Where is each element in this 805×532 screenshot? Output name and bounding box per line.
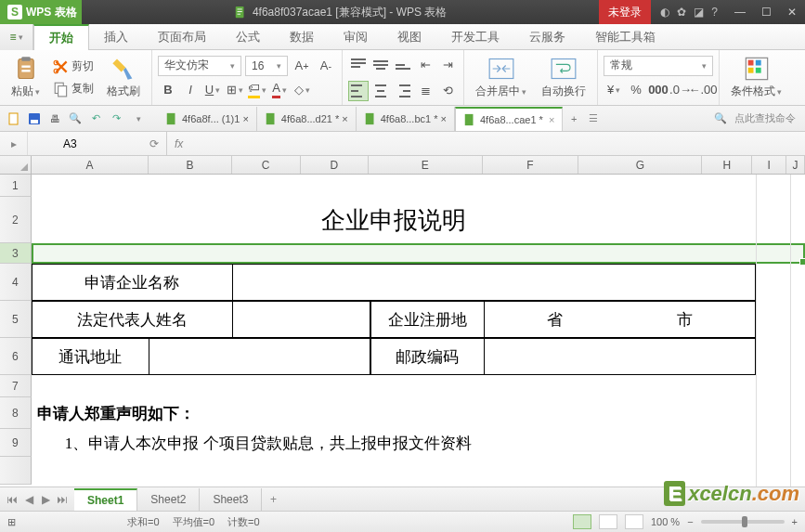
cell-A5[interactable]: 法定代表人姓名 bbox=[32, 301, 233, 338]
sheet-first-button[interactable]: ⏮ bbox=[4, 491, 20, 508]
increase-decimal-button[interactable]: ←.00 bbox=[693, 80, 713, 100]
row-4[interactable]: 4 bbox=[0, 264, 32, 301]
indent-decrease-button[interactable]: ⇤ bbox=[415, 55, 435, 75]
sheet-tab-2[interactable]: Sheet2 bbox=[137, 488, 200, 511]
tab-start[interactable]: 开始 bbox=[33, 24, 89, 50]
close-button[interactable]: ✕ bbox=[779, 0, 805, 24]
copy-button[interactable]: 复制 bbox=[49, 79, 97, 99]
qat-redo-icon[interactable]: ↷ bbox=[108, 110, 124, 127]
col-H[interactable]: H bbox=[702, 156, 752, 174]
col-B[interactable]: B bbox=[149, 156, 232, 174]
view-pagebreak-button[interactable] bbox=[625, 514, 643, 529]
cell-A4[interactable]: 申请企业名称 bbox=[32, 264, 233, 301]
col-E[interactable]: E bbox=[369, 156, 482, 174]
cell-B6[interactable] bbox=[149, 338, 370, 375]
sheet-prev-button[interactable]: ◀ bbox=[20, 491, 37, 508]
align-bottom-button[interactable] bbox=[393, 55, 413, 75]
tab-view[interactable]: 视图 bbox=[383, 24, 436, 50]
doc-tab-4[interactable]: 4f6a8...cae1 *× bbox=[455, 107, 563, 131]
conditional-format-button[interactable]: 条件格式▾ bbox=[725, 54, 787, 101]
percent-button[interactable]: % bbox=[626, 80, 646, 100]
font-family-select[interactable]: 华文仿宋▾ bbox=[158, 56, 241, 76]
bold-button[interactable]: B bbox=[158, 80, 178, 100]
qat-dropdown-icon[interactable]: ▾ bbox=[130, 110, 147, 127]
row-6[interactable]: 6 bbox=[0, 338, 32, 375]
col-A[interactable]: A bbox=[32, 156, 149, 174]
tab-review[interactable]: 审阅 bbox=[329, 24, 383, 50]
align-middle-button[interactable] bbox=[370, 55, 391, 75]
doc-close-icon[interactable]: × bbox=[549, 114, 554, 125]
font-size-select[interactable]: 16▾ bbox=[245, 56, 288, 76]
formula-bar-expand-button[interactable]: ▸ bbox=[0, 132, 28, 155]
cell-A8[interactable]: 申请人郑重声明如下： bbox=[32, 397, 756, 429]
tab-dev[interactable]: 开发工具 bbox=[436, 24, 514, 50]
tab-data[interactable]: 数据 bbox=[275, 24, 329, 50]
align-top-button[interactable] bbox=[348, 55, 369, 75]
comma-button[interactable]: 000 bbox=[648, 80, 669, 100]
zoom-slider[interactable] bbox=[701, 520, 785, 524]
fill-color-button[interactable]: 🏷▾ bbox=[247, 80, 267, 100]
tab-cloud[interactable]: 云服务 bbox=[514, 24, 580, 50]
qat-undo-icon[interactable]: ↶ bbox=[87, 110, 104, 127]
cell-A9[interactable]: 1、申请人本次申报 个项目贷款贴息，共上报申报文件资料 bbox=[32, 429, 756, 457]
view-normal-button[interactable] bbox=[573, 514, 591, 529]
currency-button[interactable]: ¥▾ bbox=[604, 80, 624, 100]
tab-tools[interactable]: 智能工具箱 bbox=[580, 24, 670, 50]
cell-F6[interactable] bbox=[485, 338, 756, 375]
sheet-tab-1[interactable]: Sheet1 bbox=[74, 488, 137, 511]
zoom-level[interactable]: 100 % bbox=[651, 516, 680, 527]
cell-A6[interactable]: 通讯地址 bbox=[32, 338, 149, 375]
spreadsheet-grid[interactable]: A B C D E F G H I J 1 2 3 4 5 6 7 8 9 企业… bbox=[0, 156, 805, 487]
help-icon[interactable]: ? bbox=[711, 6, 718, 19]
row-1[interactable]: 1 bbox=[0, 175, 32, 197]
decrease-font-button[interactable]: A- bbox=[316, 56, 336, 76]
tab-pagelayout[interactable]: 页面布局 bbox=[143, 24, 221, 50]
italic-button[interactable]: I bbox=[180, 80, 201, 100]
number-format-select[interactable]: 常规▾ bbox=[604, 56, 713, 76]
view-pagelayout-button[interactable] bbox=[599, 514, 617, 529]
search-command-input[interactable]: 点此查找命令 bbox=[734, 111, 796, 125]
name-box[interactable]: A3 ⟳ bbox=[56, 132, 167, 155]
search-icon[interactable]: 🔍 bbox=[714, 112, 727, 124]
login-button[interactable]: 未登录 bbox=[599, 0, 651, 24]
row-10[interactable] bbox=[0, 457, 32, 485]
col-C[interactable]: C bbox=[232, 156, 301, 174]
font-color-button[interactable]: A▾ bbox=[269, 80, 290, 100]
skin-icon[interactable]: ◪ bbox=[694, 6, 704, 19]
row-9[interactable]: 9 bbox=[0, 429, 32, 457]
cell-E5[interactable]: 企业注册地 bbox=[370, 301, 485, 338]
row-5[interactable]: 5 bbox=[0, 301, 32, 338]
minimize-button[interactable]: — bbox=[727, 0, 753, 24]
maximize-button[interactable]: ☐ bbox=[753, 0, 779, 24]
clear-format-button[interactable]: ◇▾ bbox=[292, 80, 312, 100]
sheet-tab-3[interactable]: Sheet3 bbox=[200, 488, 262, 511]
col-D[interactable]: D bbox=[301, 156, 370, 174]
format-painter-button[interactable]: 格式刷 bbox=[101, 54, 146, 101]
sync-icon[interactable]: ◐ bbox=[660, 6, 669, 19]
qat-print-icon[interactable]: 🖶 bbox=[46, 110, 63, 127]
increase-font-button[interactable]: A+ bbox=[292, 56, 312, 76]
doc-tab-1[interactable]: 4f6a8f... (1)1 × bbox=[158, 107, 257, 131]
align-center-button[interactable] bbox=[370, 81, 391, 101]
qat-save-icon[interactable] bbox=[26, 110, 43, 127]
col-F[interactable]: F bbox=[483, 156, 579, 174]
sheet-next-button[interactable]: ▶ bbox=[37, 491, 54, 508]
doc-tab-list-button[interactable]: ☰ bbox=[585, 112, 602, 124]
sheet-last-button[interactable]: ⏭ bbox=[54, 491, 71, 508]
qat-preview-icon[interactable]: 🔍 bbox=[67, 110, 84, 127]
row-2[interactable]: 2 bbox=[0, 197, 32, 243]
row-8[interactable]: 8 bbox=[0, 397, 32, 429]
cloud-icon[interactable]: ✿ bbox=[677, 6, 686, 19]
paste-button[interactable]: 粘贴▾ bbox=[6, 54, 45, 101]
col-J[interactable]: J bbox=[786, 156, 805, 174]
zoom-in-button[interactable]: + bbox=[792, 516, 798, 527]
row-3[interactable]: 3 bbox=[0, 243, 32, 264]
namebox-refresh-icon[interactable]: ⟳ bbox=[149, 137, 159, 150]
row-7[interactable]: 7 bbox=[0, 375, 32, 397]
cut-button[interactable]: 剪切 bbox=[49, 57, 97, 77]
zoom-out-button[interactable]: − bbox=[687, 516, 693, 527]
justify-button[interactable]: ≣ bbox=[415, 81, 435, 101]
col-G[interactable]: G bbox=[578, 156, 702, 174]
cell-E6[interactable]: 邮政编码 bbox=[370, 338, 485, 375]
app-menu-button[interactable]: ≡▾ bbox=[0, 24, 33, 50]
